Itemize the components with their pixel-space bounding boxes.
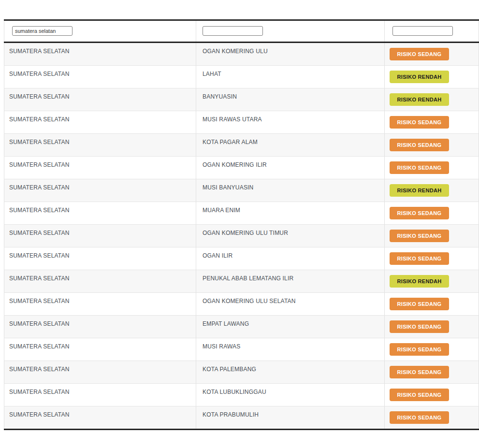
risk-badge: RISIKO RENDAH [390,71,449,83]
risk-filter-input[interactable] [392,26,453,36]
risk-badge: RISIKO SEDANG [390,320,449,333]
table-filter-header [4,20,479,43]
risk-cell: RISIKO SEDANG [385,361,479,384]
risk-cell: RISIKO SEDANG [385,111,479,134]
province-cell: SUMATERA SELATAN [4,225,196,247]
province-cell: SUMATERA SELATAN [4,43,196,66]
table-row: SUMATERA SELATAN OGAN ILIR RISIKO SEDANG [4,247,479,270]
province-cell: SUMATERA SELATAN [4,202,196,225]
risk-badge: RISIKO SEDANG [390,207,449,219]
risk-badge: RISIKO RENDAH [390,93,449,106]
table-row: SUMATERA SELATAN OGAN KOMERING ILIR RISI… [4,157,479,179]
region-cell: MUSI RAWAS [196,338,385,361]
province-cell: SUMATERA SELATAN [4,157,196,179]
province-cell: SUMATERA SELATAN [4,316,196,338]
province-cell: SUMATERA SELATAN [4,270,196,293]
region-cell: OGAN KOMERING ULU TIMUR [196,225,385,247]
risk-cell: RISIKO SEDANG [385,157,479,179]
table-row: SUMATERA SELATAN EMPAT LAWANG RISIKO SED… [4,316,479,338]
province-filter-cell [4,20,196,43]
region-cell: LAHAT [196,66,385,88]
province-filter-input[interactable] [12,26,73,36]
table-row: SUMATERA SELATAN PENUKAL ABAB LEMATANG I… [4,270,479,293]
region-cell: OGAN KOMERING ULU SELATAN [196,293,385,316]
risk-cell: RISIKO SEDANG [385,316,479,338]
risk-table: SUMATERA SELATAN OGAN KOMERING ULU RISIK… [4,19,479,430]
risk-cell: RISIKO SEDANG [385,134,479,157]
region-filter-input[interactable] [203,26,263,36]
table-row: SUMATERA SELATAN LAHAT RISIKO RENDAH [4,66,479,88]
risk-cell: RISIKO RENDAH [385,270,479,293]
region-cell: OGAN KOMERING ILIR [196,157,385,179]
province-cell: SUMATERA SELATAN [4,88,196,111]
risk-badge: RISIKO RENDAH [390,184,449,197]
region-cell: OGAN KOMERING ULU [196,43,385,66]
risk-cell: RISIKO RENDAH [385,179,479,202]
region-filter-cell [196,20,385,43]
region-cell: KOTA PRABUMULIH [196,406,385,430]
province-cell: SUMATERA SELATAN [4,338,196,361]
risk-cell: RISIKO SEDANG [385,384,479,406]
risk-badge: RISIKO SEDANG [390,389,449,401]
region-cell: PENUKAL ABAB LEMATANG ILIR [196,270,385,293]
risk-cell: RISIKO SEDANG [385,247,479,270]
province-cell: SUMATERA SELATAN [4,66,196,88]
region-cell: BANYUASIN [196,88,385,111]
region-cell: OGAN ILIR [196,247,385,270]
table-row: SUMATERA SELATAN BANYUASIN RISIKO RENDAH [4,88,479,111]
risk-badge: RISIKO SEDANG [390,116,449,129]
table-row: SUMATERA SELATAN OGAN KOMERING ULU SELAT… [4,293,479,316]
province-cell: SUMATERA SELATAN [4,111,196,134]
risk-cell: RISIKO SEDANG [385,225,479,247]
filter-row [4,20,479,43]
page: SUMATERA SELATAN OGAN KOMERING ULU RISIK… [0,0,479,448]
table-row: SUMATERA SELATAN OGAN KOMERING ULU RISIK… [4,43,479,66]
table-row: SUMATERA SELATAN MUSI BANYUASIN RISIKO R… [4,179,479,202]
province-cell: SUMATERA SELATAN [4,361,196,384]
region-cell: KOTA PALEMBANG [196,361,385,384]
risk-cell: RISIKO SEDANG [385,406,479,430]
region-cell: EMPAT LAWANG [196,316,385,338]
risk-badge: RISIKO SEDANG [390,139,449,151]
table-row: SUMATERA SELATAN MUSI RAWAS UTARA RISIKO… [4,111,479,134]
table-body: SUMATERA SELATAN OGAN KOMERING ULU RISIK… [4,43,479,430]
risk-badge: RISIKO SEDANG [390,343,449,356]
table-row: SUMATERA SELATAN KOTA PRABUMULIH RISIKO … [4,406,479,430]
region-cell: MUARA ENIM [196,202,385,225]
risk-badge: RISIKO SEDANG [390,161,449,174]
risk-badge: RISIKO SEDANG [390,411,449,424]
province-cell: SUMATERA SELATAN [4,179,196,202]
risk-badge: RISIKO SEDANG [390,230,449,242]
table-row: SUMATERA SELATAN KOTA PALEMBANG RISIKO S… [4,361,479,384]
risk-cell: RISIKO SEDANG [385,338,479,361]
risk-table-container: SUMATERA SELATAN OGAN KOMERING ULU RISIK… [4,19,479,430]
table-row: SUMATERA SELATAN OGAN KOMERING ULU TIMUR… [4,225,479,247]
risk-badge: RISIKO SEDANG [390,252,449,265]
province-cell: SUMATERA SELATAN [4,293,196,316]
province-cell: SUMATERA SELATAN [4,247,196,270]
risk-badge: RISIKO SEDANG [390,48,449,60]
table-row: SUMATERA SELATAN KOTA LUBUKLINGGAU RISIK… [4,384,479,406]
region-cell: MUSI BANYUASIN [196,179,385,202]
risk-badge: RISIKO RENDAH [390,275,449,288]
region-cell: KOTA LUBUKLINGGAU [196,384,385,406]
risk-badge: RISIKO SEDANG [390,298,449,310]
risk-cell: RISIKO SEDANG [385,202,479,225]
risk-cell: RISIKO SEDANG [385,43,479,66]
risk-filter-cell [385,20,479,43]
risk-cell: RISIKO SEDANG [385,293,479,316]
risk-cell: RISIKO RENDAH [385,88,479,111]
risk-badge: RISIKO SEDANG [390,366,449,378]
table-row: SUMATERA SELATAN KOTA PAGAR ALAM RISIKO … [4,134,479,157]
table-row: SUMATERA SELATAN MUSI RAWAS RISIKO SEDAN… [4,338,479,361]
table-row: SUMATERA SELATAN MUARA ENIM RISIKO SEDAN… [4,202,479,225]
risk-cell: RISIKO RENDAH [385,66,479,88]
province-cell: SUMATERA SELATAN [4,134,196,157]
province-cell: SUMATERA SELATAN [4,384,196,406]
province-cell: SUMATERA SELATAN [4,406,196,430]
region-cell: MUSI RAWAS UTARA [196,111,385,134]
region-cell: KOTA PAGAR ALAM [196,134,385,157]
